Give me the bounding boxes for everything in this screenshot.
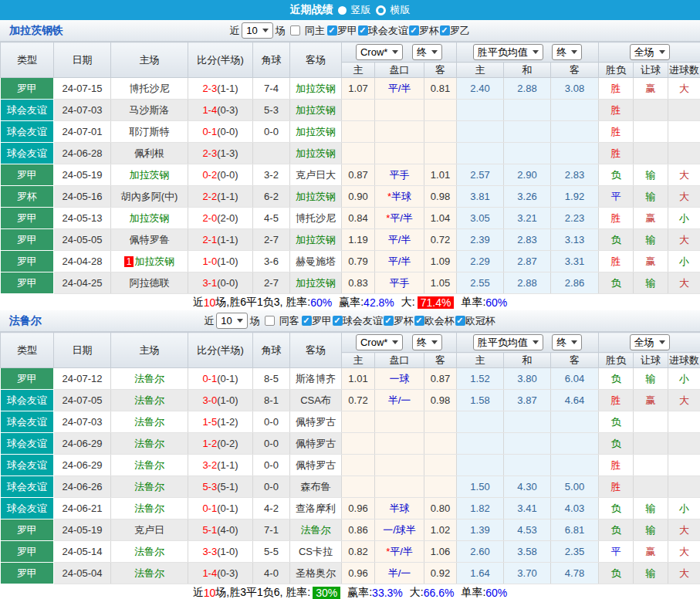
odds-final-select[interactable]: 终 bbox=[412, 44, 442, 60]
avg-select[interactable]: 胜平负均值 bbox=[473, 44, 543, 60]
full-score: 0-1 bbox=[202, 126, 217, 137]
match-type-cell: 罗甲 bbox=[1, 78, 54, 100]
score-cell: 2-0(2-0) bbox=[188, 208, 253, 229]
away-odds-cell: 0.98 bbox=[424, 186, 457, 208]
handicap-result-value: 输 bbox=[646, 503, 656, 514]
col-home: 主场 bbox=[111, 333, 188, 368]
date-cell: 24-05-19 bbox=[54, 519, 111, 541]
avg-final-select[interactable]: 终 bbox=[552, 44, 582, 60]
handicap-line: 平/半 bbox=[390, 212, 413, 224]
corner-cell: 5-3 bbox=[253, 100, 290, 121]
result-cell: 胜 bbox=[599, 251, 634, 272]
games-label: 场 bbox=[276, 24, 286, 38]
match-type-cell: 罗甲 bbox=[1, 251, 54, 272]
goals-cell bbox=[668, 433, 700, 455]
league-checkbox[interactable] bbox=[455, 316, 465, 326]
match-type-cell: 罗甲 bbox=[1, 164, 54, 186]
half-score: (1-1) bbox=[217, 234, 238, 245]
result-value: 负 bbox=[611, 234, 621, 245]
score-cell: 2-1(1-1) bbox=[188, 229, 253, 251]
league-checkbox[interactable] bbox=[414, 316, 424, 326]
col-type: 类型 bbox=[1, 42, 54, 78]
scope-select[interactable]: 全场 bbox=[630, 334, 670, 350]
table-header: 类型 日期 主场 比分(半场) 角球 客场 Crow* 终 胜平负均值 终 全场 bbox=[1, 42, 700, 78]
goals-value: 小 bbox=[679, 256, 689, 267]
filter-bar: 近 10 场 同主 罗甲球会友谊罗杯罗乙 bbox=[229, 22, 470, 39]
handicap-result-cell: 输 bbox=[634, 272, 668, 294]
home-team-cell: 佩利根 bbox=[111, 143, 188, 164]
league-checkbox[interactable] bbox=[440, 25, 450, 36]
corner-cell: 5-5 bbox=[253, 541, 290, 563]
vertical-radio[interactable] bbox=[338, 6, 347, 15]
handicap-win-rate: 33.3% bbox=[372, 587, 403, 599]
handicap-result-value: 输 bbox=[646, 524, 656, 536]
table-row: 球会友谊24-07-05法鲁尔3-0(1-0)8-1CSA布0.72半/一0.9… bbox=[1, 390, 700, 411]
result-value: 平 bbox=[611, 191, 621, 202]
score-cell: 5-3(5-1) bbox=[188, 476, 253, 498]
league-label: 罗甲 bbox=[337, 24, 357, 38]
same-venue-checkbox[interactable] bbox=[290, 25, 300, 36]
result-cell: 负 bbox=[599, 411, 634, 433]
match-type-cell: 罗甲 bbox=[1, 272, 54, 294]
league-checkbox[interactable] bbox=[409, 25, 419, 36]
goals-cell: 大 bbox=[668, 519, 700, 541]
full-score: 5-1 bbox=[202, 524, 217, 536]
col-mean-home: 主 bbox=[457, 63, 504, 78]
league-label: 罗甲 bbox=[312, 314, 332, 328]
result-value: 负 bbox=[611, 567, 621, 579]
odds-group-header: Crow* 终 bbox=[342, 333, 457, 353]
goals-cell: 大 bbox=[668, 229, 700, 251]
handicap-line: 平手 bbox=[390, 169, 410, 181]
league-checkbox[interactable] bbox=[327, 25, 337, 36]
scope-select[interactable]: 全场 bbox=[630, 44, 670, 60]
mean-home-cell: 3.05 bbox=[457, 208, 504, 229]
away-team-cell: 法鲁尔 bbox=[290, 519, 342, 541]
handicap-line: 一/球半 bbox=[383, 524, 416, 536]
odds-source-select[interactable]: Crow* bbox=[356, 44, 403, 60]
home-team-cell: 耶汀斯特 bbox=[111, 121, 188, 143]
home-team-name: 加拉茨钢 bbox=[130, 169, 170, 181]
avg-final-select[interactable]: 终 bbox=[552, 334, 582, 350]
home-team-cell: 加拉茨钢 bbox=[111, 208, 188, 229]
date-cell: 24-07-05 bbox=[54, 390, 111, 411]
recent-summary-2: 近10场,胜3平1负6, 胜率:30%赢率:33.3%大:66.6%单率:60% bbox=[0, 584, 700, 599]
table-row: 罗甲24-05-13加拉茨钢2-0(2-0)4-5博托沙尼0.84*平/半1.0… bbox=[1, 208, 700, 229]
corner-cell: 0-0 bbox=[253, 455, 290, 476]
summary-text: 大: bbox=[410, 586, 424, 599]
goals-cell: 大 bbox=[668, 390, 700, 411]
handicap-line: 半球 bbox=[390, 503, 410, 514]
league-checkbox[interactable] bbox=[333, 316, 343, 326]
league-checkbox[interactable] bbox=[384, 316, 394, 326]
date-cell: 24-05-19 bbox=[54, 164, 111, 186]
horizontal-radio-label[interactable]: 横版 bbox=[391, 3, 411, 17]
match-type-cell: 罗甲 bbox=[1, 541, 54, 563]
col-goals: 进球数 bbox=[668, 353, 700, 368]
mean-home-cell: 1.82 bbox=[457, 498, 504, 519]
goals-value: 小 bbox=[679, 503, 689, 514]
goals-cell: 大 bbox=[668, 541, 700, 563]
home-odds-cell bbox=[342, 100, 375, 121]
result-cell: 平 bbox=[599, 186, 634, 208]
mean-draw-cell bbox=[504, 455, 551, 476]
avg-select[interactable]: 胜平负均值 bbox=[473, 334, 543, 350]
handicap-result-cell bbox=[634, 411, 668, 433]
half-score: (1-2) bbox=[217, 416, 238, 428]
vertical-radio-label[interactable]: 竖版 bbox=[351, 3, 371, 17]
away-team-name: 加拉茨钢 bbox=[296, 234, 336, 245]
col-odds-away: 客 bbox=[424, 353, 457, 368]
home-team-name: 法鲁尔 bbox=[134, 546, 164, 557]
odds-source-select[interactable]: Crow* bbox=[356, 334, 403, 350]
corner-cell: 7-1 bbox=[253, 519, 290, 541]
horizontal-radio[interactable] bbox=[376, 5, 386, 15]
match-count-select[interactable]: 10 bbox=[216, 313, 247, 329]
handicap-line: 半/一 bbox=[388, 567, 411, 579]
odds-final-select[interactable]: 终 bbox=[412, 334, 442, 350]
col-type: 类型 bbox=[1, 333, 54, 368]
mean-home-cell: 2.55 bbox=[457, 272, 504, 294]
league-checkbox[interactable] bbox=[302, 316, 312, 326]
mean-away-cell bbox=[551, 121, 599, 143]
half-score: (0-1) bbox=[217, 503, 238, 514]
match-count-select[interactable]: 10 bbox=[242, 22, 272, 39]
league-checkbox[interactable] bbox=[358, 25, 368, 36]
same-venue-checkbox[interactable] bbox=[265, 316, 275, 326]
